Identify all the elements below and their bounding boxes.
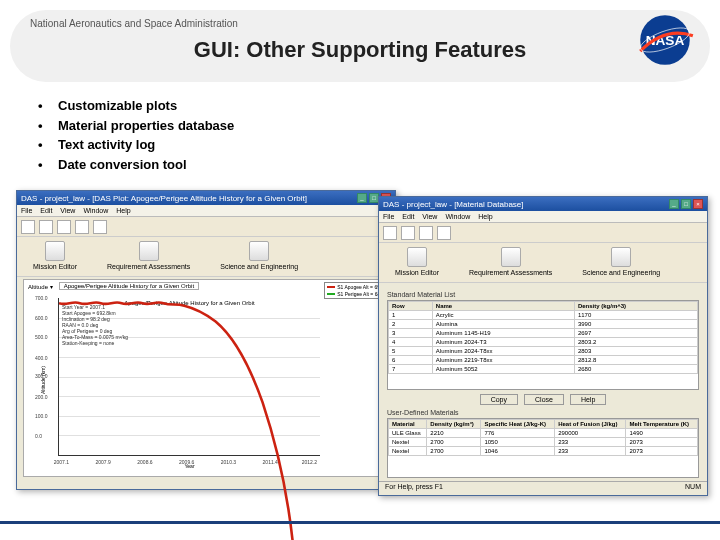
legend-swatch bbox=[327, 286, 335, 288]
help-button[interactable]: Help bbox=[570, 394, 606, 405]
table-row[interactable]: ULE Glass22107762900001490 bbox=[389, 429, 698, 438]
menu-item[interactable]: Window bbox=[83, 207, 108, 214]
bullet-text: Material properties database bbox=[58, 118, 234, 133]
tool-icon[interactable] bbox=[39, 220, 53, 234]
bullet-text: Date conversion tool bbox=[58, 157, 187, 172]
y-tick: 0.0 bbox=[35, 433, 42, 439]
tool-icon[interactable] bbox=[419, 226, 433, 240]
tab-label: Requirement Assessments bbox=[469, 269, 552, 276]
col-header[interactable]: Row bbox=[389, 302, 433, 311]
col-header[interactable]: Density (kg/m³) bbox=[427, 420, 481, 429]
y-tick: 200.0 bbox=[35, 394, 48, 400]
menubar: File Edit View Window Help bbox=[17, 205, 395, 217]
menu-item[interactable]: View bbox=[60, 207, 75, 214]
menu-item[interactable]: Help bbox=[478, 213, 492, 220]
std-table: RowNameDensity (kg/m^3) 1Acrylic1170 2Al… bbox=[388, 301, 698, 374]
tool-icon[interactable] bbox=[93, 220, 107, 234]
tab-label: Mission Editor bbox=[33, 263, 77, 270]
tab-sci-eng[interactable]: Science and Engineering bbox=[582, 247, 660, 278]
orbit-info: Start Year = 2007.1 Start Apogee = 692.8… bbox=[62, 304, 128, 346]
std-table-wrap[interactable]: RowNameDensity (kg/m^3) 1Acrylic1170 2Al… bbox=[387, 300, 699, 390]
close-button[interactable]: Close bbox=[524, 394, 564, 405]
tool-icon[interactable] bbox=[437, 226, 451, 240]
col-header[interactable]: Density (kg/m^3) bbox=[574, 302, 697, 311]
menu-item[interactable]: Edit bbox=[40, 207, 52, 214]
window-title: DAS - project_law - [Material Database] bbox=[383, 200, 524, 209]
bullet-item: •Customizable plots bbox=[38, 96, 234, 116]
menu-item[interactable]: File bbox=[383, 213, 394, 220]
tab-label: Science and Engineering bbox=[220, 263, 298, 270]
slide: National Aeronautics and Space Administr… bbox=[0, 0, 720, 540]
menu-item[interactable]: Window bbox=[445, 213, 470, 220]
tab-req-assess[interactable]: Requirement Assessments bbox=[107, 241, 190, 272]
menubar: File Edit View Window Help bbox=[379, 211, 707, 223]
tab-mission-editor[interactable]: Mission Editor bbox=[395, 247, 439, 278]
table-row[interactable]: 3Aluminum 1145-H192697 bbox=[389, 329, 698, 338]
toolbar bbox=[17, 217, 395, 237]
table-row[interactable]: 4Aluminum 2024-T32803.2 bbox=[389, 338, 698, 347]
col-header[interactable]: Specific Heat (J/kg-K) bbox=[481, 420, 555, 429]
tool-icon[interactable] bbox=[75, 220, 89, 234]
y-tick: 500.0 bbox=[35, 334, 48, 340]
window-titlebar[interactable]: DAS - project_law - [DAS Plot: Apogee/Pe… bbox=[17, 191, 395, 205]
menu-item[interactable]: View bbox=[422, 213, 437, 220]
table-row[interactable]: 2Alumina3990 bbox=[389, 320, 698, 329]
tab-mission-editor[interactable]: Mission Editor bbox=[33, 241, 77, 272]
col-header[interactable]: Name bbox=[432, 302, 574, 311]
col-header[interactable]: Melt Temperature (K) bbox=[626, 420, 698, 429]
tab-req-assess[interactable]: Requirement Assessments bbox=[469, 247, 552, 278]
tab-label: Requirement Assessments bbox=[107, 263, 190, 270]
table-row[interactable]: 6Aluminum 2219-T8xx2812.8 bbox=[389, 356, 698, 365]
db-window: DAS - project_law - [Material Database] … bbox=[378, 196, 708, 496]
table-row[interactable]: Nextel270010462332073 bbox=[389, 447, 698, 456]
tab-sci-eng[interactable]: Science and Engineering bbox=[220, 241, 298, 272]
checklist-icon bbox=[501, 247, 521, 267]
y-tick: 600.0 bbox=[35, 315, 48, 321]
y-axis-label: Altitude (km) bbox=[40, 365, 46, 393]
usr-label: User-Defined Materials bbox=[387, 409, 699, 416]
plot-window: DAS - project_law - [DAS Plot: Apogee/Pe… bbox=[16, 190, 396, 490]
checklist-icon bbox=[139, 241, 159, 261]
rocket-icon bbox=[407, 247, 427, 267]
tool-icon[interactable] bbox=[57, 220, 71, 234]
y-tick: 700.0 bbox=[35, 295, 48, 301]
table-row[interactable]: Nextel270010502332073 bbox=[389, 438, 698, 447]
toolbar bbox=[379, 223, 707, 243]
y-tick: 400.0 bbox=[35, 355, 48, 361]
close-icon[interactable]: × bbox=[693, 199, 703, 209]
table-row[interactable]: 5Aluminum 2024-T8xx2803 bbox=[389, 347, 698, 356]
tool-icon[interactable] bbox=[383, 226, 397, 240]
maximize-icon[interactable]: □ bbox=[681, 199, 691, 209]
menu-item[interactable]: Edit bbox=[402, 213, 414, 220]
table-row[interactable]: 7Aluminum 50522680 bbox=[389, 365, 698, 374]
legend-swatch bbox=[327, 293, 335, 295]
db-body: Standard Material List RowNameDensity (k… bbox=[387, 289, 699, 489]
minimize-icon[interactable]: _ bbox=[669, 199, 679, 209]
nasa-logo: NASA bbox=[634, 14, 696, 66]
bullet-item: •Material properties database bbox=[38, 116, 234, 136]
status-bar: For Help, press F1 NUM bbox=[379, 481, 707, 495]
menu-item[interactable]: File bbox=[21, 207, 32, 214]
minimize-icon[interactable]: _ bbox=[357, 193, 367, 203]
tool-icon[interactable] bbox=[21, 220, 35, 234]
plot-type-select[interactable]: Apogee/Perigee Altitude History for a Gi… bbox=[59, 282, 199, 290]
table-row[interactable]: 1Acrylic1170 bbox=[389, 311, 698, 320]
bullet-text: Customizable plots bbox=[58, 98, 177, 113]
window-titlebar[interactable]: DAS - project_law - [Material Database] … bbox=[379, 197, 707, 211]
org-label: National Aeronautics and Space Administr… bbox=[30, 18, 690, 29]
footer-rule bbox=[0, 521, 720, 524]
y-tick: 300.0 bbox=[35, 373, 48, 379]
col-header[interactable]: Heat of Fusion (J/kg) bbox=[555, 420, 626, 429]
usr-table-wrap[interactable]: Material Density (kg/m³) Specific Heat (… bbox=[387, 418, 699, 478]
rocket-icon bbox=[45, 241, 65, 261]
tool-icon[interactable] bbox=[401, 226, 415, 240]
y-tick: 100.0 bbox=[35, 413, 48, 419]
col-header[interactable]: Material bbox=[389, 420, 427, 429]
menu-item[interactable]: Help bbox=[116, 207, 130, 214]
info-line: Station-Keeping = none bbox=[62, 340, 128, 346]
area-toggle[interactable]: Altitude ▾ bbox=[28, 283, 53, 290]
std-label: Standard Material List bbox=[387, 291, 699, 298]
copy-button[interactable]: Copy bbox=[480, 394, 518, 405]
flask-icon bbox=[611, 247, 631, 267]
legend-label: S1 Perigee Alt = 685 bbox=[337, 291, 383, 298]
